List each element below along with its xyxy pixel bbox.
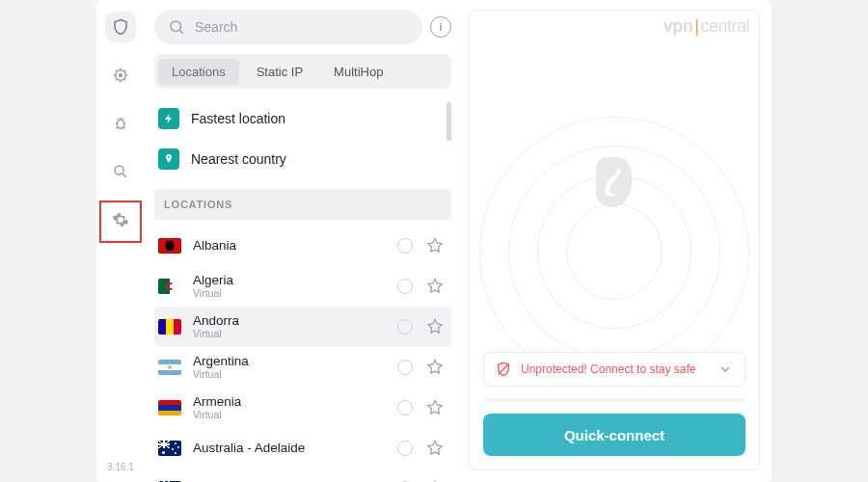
location-text: AndorraVirtual [193, 314, 386, 339]
gear-icon [112, 211, 129, 228]
location-name: Argentina [193, 355, 386, 369]
location-text: Australia - Adelaide [193, 442, 386, 456]
select-radio[interactable] [397, 441, 413, 456]
alert-icon [112, 67, 129, 84]
connection-panel: vpn|central Unprotected! Connect to stay… [461, 0, 772, 482]
search-input[interactable] [195, 19, 409, 35]
location-row[interactable]: Australia - Sydney [154, 469, 451, 482]
locations-header: LOCATIONS [154, 189, 451, 220]
favorite-star[interactable] [424, 316, 446, 337]
favorite-star[interactable] [424, 478, 446, 482]
location-row[interactable]: Albania [154, 226, 451, 266]
virtual-label: Virtual [193, 369, 386, 381]
sidebar-item-vpn[interactable] [105, 12, 136, 42]
select-radio[interactable] [397, 360, 413, 375]
sidebar-item-alert[interactable] [105, 60, 136, 91]
sidebar-item-settings[interactable] [105, 204, 136, 235]
location-row[interactable]: AlgeriaVirtual [154, 266, 451, 307]
quick-connect-button[interactable]: Quick-connect [483, 414, 746, 456]
quick-nearest-label: Nearest country [191, 151, 286, 167]
flag-icon [158, 360, 181, 375]
favorite-star[interactable] [424, 438, 446, 459]
info-icon: i [439, 21, 442, 33]
info-button[interactable]: i [430, 16, 451, 38]
favorite-star[interactable] [424, 235, 446, 256]
location-name: Andorra [193, 314, 386, 329]
progress-line [483, 398, 746, 402]
svg-point-4 [171, 21, 181, 32]
flag-icon [158, 238, 181, 254]
status-warning[interactable]: Unprotected! Connect to stay safe [483, 352, 746, 387]
flag-icon [158, 319, 181, 335]
pin-icon [158, 148, 179, 170]
watermark: vpn|central [664, 16, 749, 37]
magnifier-icon [112, 163, 129, 180]
tab-multihop[interactable]: MultiHop [320, 59, 396, 85]
location-row[interactable]: AndorraVirtual [154, 307, 451, 347]
location-row[interactable]: ArmeniaVirtual [154, 388, 451, 428]
locations-panel: i Locations Static IP MultiHop Fastest l… [145, 0, 461, 482]
bug-icon [112, 115, 129, 132]
location-text: Albania [193, 239, 386, 254]
location-row[interactable]: ArgentinaVirtual [154, 347, 451, 388]
location-name: Albania [193, 239, 386, 254]
favorite-star[interactable] [424, 397, 446, 418]
locations-scroll: Fastest location Nearest country LOCATIO… [154, 102, 451, 482]
select-radio[interactable] [397, 400, 413, 415]
app-window: 3.16.1 i Locations Static IP MultiHop F [96, 0, 772, 482]
locations-list: AlbaniaAlgeriaVirtualAndorraVirtualArgen… [154, 226, 451, 482]
flag-icon [158, 400, 181, 415]
sidebar: 3.16.1 [96, 0, 145, 482]
virtual-label: Virtual [193, 410, 386, 421]
chevron-down-icon [718, 362, 733, 377]
bottom-stack: Unprotected! Connect to stay safe Quick-… [483, 352, 746, 456]
select-radio[interactable] [397, 319, 413, 335]
search-icon [168, 18, 185, 36]
status-warning-text: Unprotected! Connect to stay safe [521, 362, 695, 376]
quick-fastest[interactable]: Fastest location [154, 102, 451, 143]
sidebar-item-antivirus[interactable] [105, 108, 136, 139]
tab-bar: Locations Static IP MultiHop [154, 54, 451, 89]
select-radio[interactable] [397, 238, 413, 254]
shield-off-icon [496, 362, 511, 377]
quick-nearest[interactable]: Nearest country [154, 143, 451, 183]
flag-icon [158, 441, 181, 456]
surfshark-logo-icon [592, 155, 637, 209]
favorite-star[interactable] [424, 357, 446, 378]
svg-point-3 [115, 166, 123, 174]
scrollbar-thumb[interactable] [447, 102, 451, 141]
svg-point-1 [120, 74, 122, 77]
bolt-icon [158, 108, 179, 129]
connection-canvas: vpn|central Unprotected! Connect to stay… [469, 10, 760, 470]
sidebar-item-search[interactable] [105, 156, 136, 187]
quick-fastest-label: Fastest location [191, 111, 285, 126]
location-name: Algeria [193, 274, 386, 288]
flag-icon [158, 279, 181, 294]
tab-static-ip[interactable]: Static IP [243, 59, 316, 85]
virtual-label: Virtual [193, 329, 386, 340]
search-row: i [154, 10, 451, 44]
location-text: ArmeniaVirtual [193, 395, 386, 420]
location-name: Australia - Adelaide [193, 442, 386, 456]
favorite-star[interactable] [424, 276, 446, 297]
tab-locations[interactable]: Locations [158, 59, 239, 85]
select-radio[interactable] [397, 279, 413, 294]
version-label: 3.16.1 [107, 462, 134, 472]
virtual-label: Virtual [193, 288, 386, 300]
location-text: ArgentinaVirtual [193, 355, 386, 380]
location-row[interactable]: Australia - Adelaide [154, 428, 451, 469]
search-box[interactable] [154, 10, 422, 44]
svg-point-2 [117, 120, 124, 128]
shield-icon [112, 18, 129, 36]
location-name: Armenia [193, 395, 386, 410]
location-text: AlgeriaVirtual [193, 274, 386, 299]
